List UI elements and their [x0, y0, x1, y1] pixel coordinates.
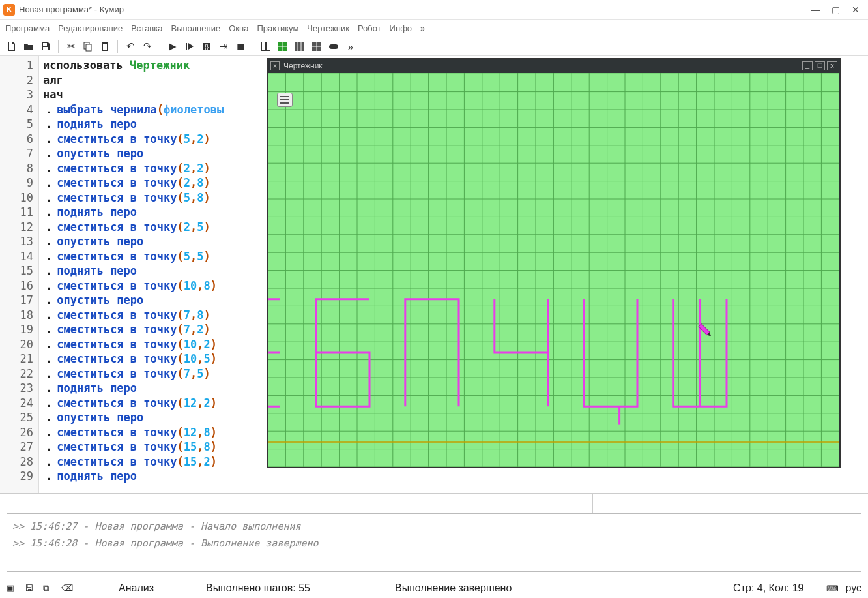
- redo-icon[interactable]: ↷: [141, 40, 154, 53]
- canvas-menu-icon[interactable]: [277, 93, 293, 107]
- stop-icon[interactable]: ◼: [234, 40, 247, 53]
- copy-icon[interactable]: [81, 40, 94, 53]
- paste-icon[interactable]: [98, 40, 111, 53]
- svg-text:{}: {}: [205, 44, 209, 50]
- status-steps: Выполнено шагов: 55: [206, 582, 310, 594]
- svg-rect-21: [329, 44, 338, 49]
- pane-minimize-icon[interactable]: _: [802, 61, 813, 70]
- status-keyboard-icon: ⌨: [826, 584, 839, 593]
- maximize-button[interactable]: ▢: [832, 5, 840, 15]
- menu-practicum[interactable]: Практикум: [257, 23, 298, 33]
- grid3-icon[interactable]: [293, 40, 306, 53]
- pane-close-icon[interactable]: x: [270, 61, 280, 70]
- console-output[interactable]: >> 15:46:27 - Новая программа - Начало в…: [7, 513, 861, 572]
- drafter-titlebar[interactable]: x Чертежник _ □ x: [268, 59, 840, 73]
- save-file-icon[interactable]: [39, 40, 52, 53]
- svg-rect-10: [262, 42, 265, 50]
- svg-rect-6: [186, 43, 187, 50]
- svg-rect-5: [103, 44, 107, 50]
- window-title: Новая программа* - Кумир: [19, 5, 811, 14]
- menu-windows[interactable]: Окна: [229, 23, 248, 33]
- status-cursor-pos: Стр: 4, Кол: 19: [733, 582, 803, 594]
- grid2-icon[interactable]: [276, 40, 289, 53]
- menu-robot[interactable]: Робот: [358, 23, 381, 33]
- menu-insert[interactable]: Вставка: [131, 23, 162, 33]
- run-icon[interactable]: ▶: [166, 40, 179, 53]
- undo-icon[interactable]: ↶: [124, 40, 137, 53]
- run-step-icon[interactable]: [183, 40, 196, 53]
- menu-bar: Программа Редактирование Вставка Выполне…: [0, 20, 868, 37]
- menu-more[interactable]: »: [420, 23, 425, 33]
- open-file-icon[interactable]: [22, 40, 35, 53]
- minimize-button[interactable]: —: [811, 5, 820, 15]
- menu-program[interactable]: Программа: [5, 23, 50, 33]
- status-save-icon[interactable]: 🖫: [25, 583, 36, 593]
- close-button[interactable]: ✕: [852, 5, 860, 15]
- toolbar: ✂ ↶ ↷ ▶ {} ⇥ ◼ »: [0, 37, 868, 56]
- window-controls: — ▢ ✕: [811, 5, 865, 15]
- status-copy-icon[interactable]: ⧉: [43, 583, 55, 593]
- workspace: 1234567891011121314151617181920212223242…: [0, 56, 868, 494]
- svg-rect-11: [267, 42, 270, 50]
- menu-info[interactable]: Инфо: [390, 23, 412, 33]
- step-into-icon[interactable]: ⇥: [217, 40, 230, 53]
- cut-icon[interactable]: ✂: [65, 40, 78, 53]
- pane-maximize-icon[interactable]: □: [815, 61, 825, 70]
- pane-title-text: Чертежник: [283, 61, 323, 70]
- gamepad-icon[interactable]: [327, 40, 340, 53]
- status-terminal-icon[interactable]: ▣: [7, 583, 18, 593]
- line-gutter: 1234567891011121314151617181920212223242…: [0, 56, 39, 493]
- app-logo: K: [3, 4, 15, 16]
- status-lang: рус: [845, 582, 861, 594]
- status-clear-icon[interactable]: ⌫: [61, 583, 73, 593]
- new-file-icon[interactable]: [5, 40, 18, 53]
- svg-rect-3: [86, 44, 91, 51]
- pane-close2-icon[interactable]: x: [827, 61, 837, 70]
- more-icon[interactable]: »: [344, 40, 357, 53]
- grid4-icon[interactable]: [310, 40, 323, 53]
- menu-drafter[interactable]: Чертежник: [307, 23, 349, 33]
- svg-rect-1: [43, 47, 48, 50]
- status-analysis: Анализ: [119, 582, 154, 594]
- step-over-icon[interactable]: {}: [200, 40, 213, 53]
- status-done: Выполнение завершено: [395, 582, 512, 594]
- drafter-panel: x Чертежник _ □ x: [267, 58, 841, 468]
- svg-rect-15: [295, 42, 304, 51]
- title-bar: K Новая программа* - Кумир — ▢ ✕: [0, 0, 868, 20]
- svg-rect-0: [43, 43, 47, 46]
- menu-edit[interactable]: Редактирование: [58, 23, 123, 33]
- grid1-icon[interactable]: [259, 40, 272, 53]
- drafter-canvas[interactable]: [268, 73, 839, 467]
- status-bar: ▣ 🖫 ⧉ ⌫ Анализ Выполнено шагов: 55 Выпол…: [0, 578, 868, 598]
- menu-run[interactable]: Выполнение: [171, 23, 220, 33]
